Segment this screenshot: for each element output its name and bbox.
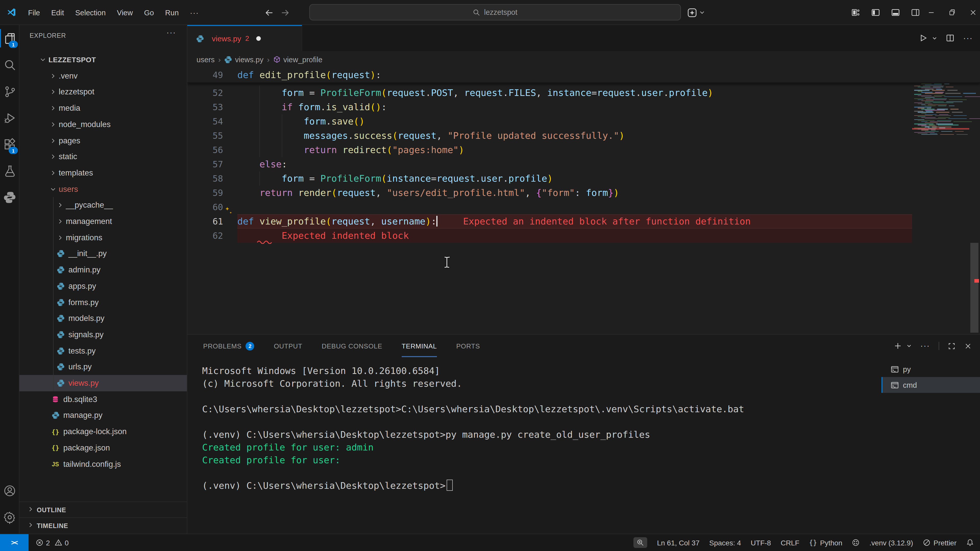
tree-item-signals-py[interactable]: signals.py [19,327,187,343]
close-icon[interactable] [969,9,977,16]
menu-go[interactable]: Go [138,8,159,17]
terminal-output[interactable]: Microsoft Windows [Version 10.0.26100.65… [202,364,881,492]
code-line-58[interactable]: 58form = ProfileForm(instance=request.us… [187,171,980,186]
tree-item-admin-py[interactable]: admin.py [19,262,187,278]
tree-item-urls-py[interactable]: urls.py [19,359,187,375]
tree-item-manage-py[interactable]: manage.py [19,407,187,424]
activity-account[interactable] [0,478,19,504]
status-encoding[interactable]: UTF-8 [751,538,771,547]
status-indentation[interactable]: Spaces: 4 [709,538,741,547]
minimize-icon[interactable] [928,9,935,16]
status-notifications[interactable] [966,539,974,546]
panel-tab-terminal[interactable]: TERMINAL [402,335,437,357]
chevron-down-icon[interactable] [699,10,705,15]
new-terminal-icon[interactable] [894,342,902,350]
activity-explorer[interactable]: 1 [0,25,19,52]
status-extension-status[interactable] [852,539,860,546]
tree-item--venv[interactable]: .venv [19,68,187,84]
menu-file[interactable]: File [22,8,46,17]
tree-item--init-py[interactable]: __init__.py [19,246,187,262]
section-timeline[interactable]: TIMELINE [19,517,187,534]
status-python-interpreter[interactable]: .venv (3.12.9) [870,538,913,547]
code-line-49[interactable]: 49def edit_profile(request): [187,68,980,83]
tree-item-package-json[interactable]: {}package.json [19,440,187,456]
editor-scrollbar[interactable] [969,68,980,334]
activity-testing[interactable] [0,158,19,184]
terminal-instance-py[interactable]: py [881,361,980,377]
section-outline[interactable]: OUTLINE [19,502,187,518]
tree-root-lezzetspot[interactable]: LEZZETSPOT [19,52,187,68]
run-dropdown-chevron-icon[interactable] [932,35,937,41]
panel-tab-debug-console[interactable]: DEBUG CONSOLE [322,335,382,357]
status-zoom-control[interactable] [633,537,647,548]
status-cursor-position[interactable]: Ln 61, Col 37 [657,538,700,547]
copilot-icon[interactable] [687,7,697,17]
code-line-62[interactable]: 62Expected indented block [187,229,980,243]
activity-search[interactable] [0,52,19,78]
menu-view[interactable]: View [111,8,138,17]
code-line-56[interactable]: 56return redirect("pages:home") [187,143,980,157]
tree-item-apps-py[interactable]: apps.py [19,278,187,294]
scrollbar-thumb[interactable] [970,243,978,333]
toggle-secondary-sidebar-icon[interactable] [911,8,920,17]
tree-item-lezzetspot[interactable]: lezzetspot [19,84,187,100]
menu-run[interactable]: Run [159,8,184,17]
go-forward-icon[interactable] [281,8,290,17]
status-problems[interactable]: 2 0 [36,534,68,551]
code-line-55[interactable]: 55messages.success(request, "Profile upd… [187,129,980,143]
panel-tab-output[interactable]: OUTPUT [274,335,302,357]
breadcrumb-views-py[interactable]: views.py [224,56,263,64]
tree-item-pages[interactable]: pages [19,132,187,149]
tree-item-migrations[interactable]: migrations [19,229,187,246]
tree-item-db-sqlite3[interactable]: db.sqlite3 [19,391,187,407]
menu-selection[interactable]: Selection [70,8,111,17]
go-back-icon[interactable] [264,8,274,17]
editor-more-icon[interactable]: ··· [963,33,973,43]
customize-layout-icon[interactable] [851,8,860,17]
code-line-54[interactable]: 54form.save() [187,114,980,129]
command-center-search[interactable]: lezzetspot [309,4,681,21]
tree-item-node-modules[interactable]: node_modules [19,116,187,133]
run-python-file-icon[interactable] [919,34,928,42]
tree-item-tests-py[interactable]: tests.py [19,343,187,359]
explorer-more-icon[interactable]: ··· [166,28,176,37]
activity-python[interactable] [0,184,19,211]
tree-item--pycache-[interactable]: __pycache__ [19,197,187,213]
tab-views-py[interactable]: views.py 2 [187,25,302,51]
activity-settings[interactable] [0,504,19,530]
code-line-53[interactable]: 53if form.is_valid(): [187,100,980,114]
breadcrumb-users[interactable]: users [197,56,215,64]
activity-source-control[interactable] [0,78,19,105]
code-editor[interactable]: 49def edit_profile(request):52form = Pro… [187,68,980,334]
code-line-59[interactable]: 59return render(request, "users/edit_pro… [187,186,980,200]
toggle-panel-icon[interactable] [891,8,900,17]
activity-extensions[interactable]: 1 [0,131,19,158]
menu-overflow-icon[interactable]: ··· [184,8,204,17]
panel-more-icon[interactable]: ··· [920,341,930,351]
code-line-52[interactable]: 52form = ProfileForm(request.POST, reque… [187,86,980,100]
breadcrumb-view-profile[interactable]: view_profile [273,56,322,64]
tree-item-views-py[interactable]: views.py2 [19,375,187,391]
tree-item-media[interactable]: media [19,100,187,116]
menu-edit[interactable]: Edit [46,8,70,17]
minimap[interactable] [912,68,969,334]
panel-tab-problems[interactable]: PROBLEMS2 [203,335,255,357]
remote-indicator[interactable]: >< [0,534,29,551]
status-prettier-status[interactable]: Prettier [923,538,956,547]
copilot-sparkle-icon[interactable]: ✦✦ [225,201,232,220]
tree-item-users[interactable]: users [19,181,187,197]
tree-item-tailwind-config-js[interactable]: JStailwind.config.js [19,456,187,472]
code-line-60[interactable]: 60✦✦ [187,200,980,214]
tree-item-templates[interactable]: templates [19,165,187,181]
maximize-panel-icon[interactable] [948,342,956,350]
activity-run-debug[interactable] [0,105,19,131]
tree-item-forms-py[interactable]: forms.py [19,294,187,310]
tree-item-models-py[interactable]: models.py [19,310,187,327]
code-line-57[interactable]: 57else: [187,157,980,171]
status-eol[interactable]: CRLF [781,538,799,547]
restore-icon[interactable] [948,9,956,16]
tree-item-package-lock-json[interactable]: {}package-lock.json [19,424,187,440]
tree-item-static[interactable]: static [19,148,187,165]
tree-item-management[interactable]: management [19,213,187,230]
code-line-61[interactable]: 61def view_profile(request, username):Ex… [187,214,980,229]
